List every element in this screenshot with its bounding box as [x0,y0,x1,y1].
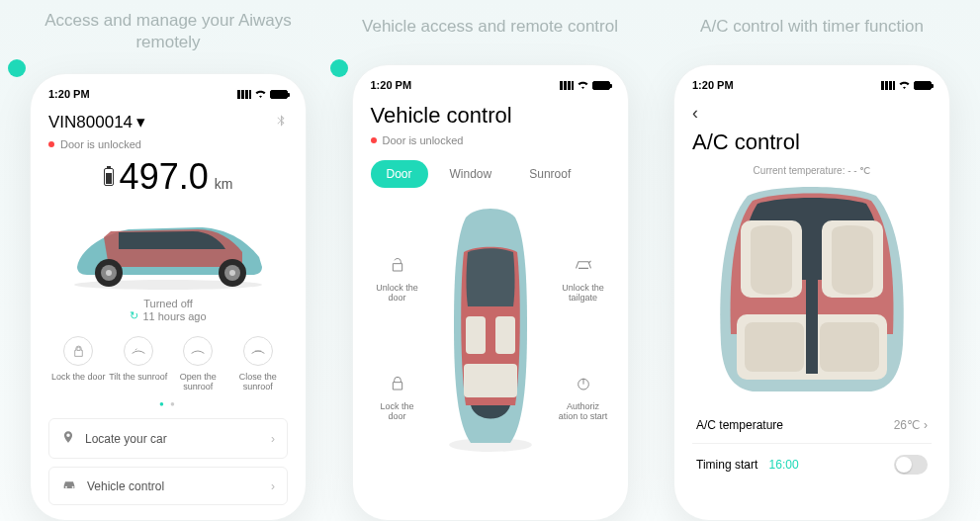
lock-icon [385,371,410,396]
time: 1:20 PM [692,79,734,91]
action-label: Close the sunroof [228,372,289,391]
setting-label: A/C temperature [696,418,783,432]
last-update-text: 11 hours ago [142,310,206,322]
car-icon [61,478,77,493]
back-button[interactable]: ‹ [692,103,932,124]
control-unlock-tailgate[interactable]: Unlock the tailgate [557,252,610,303]
last-update: ↻ 11 hours ago [48,309,288,322]
phone-frame: 1:20 PM Vehicle control Door is unlocked… [352,64,629,521]
bluetooth-icon[interactable] [274,114,288,130]
status-bar: 1:20 PM [692,79,932,91]
sunroof-open-icon [183,336,213,366]
status-icons [237,89,288,99]
tab-door[interactable]: Door [371,160,428,188]
menu-locate-car[interactable]: Locate your car › [48,418,288,459]
chevron-down-icon: ▾ [136,112,145,132]
svg-rect-9 [466,316,486,354]
panel-title: A/C control with timer function [680,0,943,64]
svg-rect-17 [745,322,804,372]
tab-window[interactable]: Window [434,160,508,188]
battery-icon [914,81,932,90]
signal-icon [237,90,251,99]
status-dot-icon [48,141,54,147]
tailgate-icon [571,252,596,278]
battery-icon [270,90,288,99]
action-label: Open the sunroof [168,372,228,391]
vin-selector[interactable]: VIN800014 ▾ [48,112,145,132]
svg-rect-11 [464,364,517,397]
setting-value-wrap: 26℃ › [894,418,928,432]
signal-icon [560,81,574,90]
panel-vehicle-control: Vehicle access and remote control 1:20 P… [332,0,649,521]
timing-value: 16:00 [769,458,799,472]
setting-label-wrap: Timing start 16:00 [696,458,799,472]
chevron-right-icon: › [271,479,275,493]
svg-rect-19 [806,225,818,374]
action-label: Tilt the sunroof [109,372,169,382]
decor-dot [330,59,348,77]
door-status-text: Door is unlocked [60,138,141,150]
range-display: 497.0 km [48,156,288,198]
phone-frame: 1:20 PM VIN800014 ▾ Door is unlocked 497… [30,73,307,521]
wifi-icon [898,80,911,90]
panel-title: Vehicle access and remote control [342,0,638,64]
control-label: Unlock the door [371,283,424,303]
chevron-right-icon: › [924,418,928,432]
battery-icon [592,81,610,90]
unlock-icon [385,252,410,278]
status-bar: 1:20 PM [371,79,610,91]
power-icon [571,371,596,396]
signal-icon [881,81,895,90]
setting-ac-temp[interactable]: A/C temperature 26℃ › [692,407,932,444]
timing-toggle[interactable] [894,455,928,475]
car-interior-image [692,186,932,393]
panel-ac-control: A/C control with timer function 1:20 PM … [654,0,970,521]
page-title: A/C control [692,130,932,155]
action-lock-door[interactable]: Lock the door [48,336,109,391]
setting-label: Timing start [696,458,757,472]
quick-actions: Lock the door Tilt the sunroof Open the … [48,336,288,391]
svg-rect-18 [820,322,879,372]
door-status: Door is unlocked [371,134,610,146]
phone-frame: 1:20 PM ‹ A/C control Current temperatur… [673,64,950,521]
action-label: Lock the door [48,372,109,382]
setting-timing-start: Timing start 16:00 [692,444,932,485]
refresh-icon[interactable]: ↻ [130,309,138,322]
control-lock-door[interactable]: Lock the door [371,371,424,421]
sunroof-close-icon [243,336,273,366]
menu-label: Locate your car [85,432,167,446]
action-close-sunroof[interactable]: Close the sunroof [228,336,289,391]
range-unit: km [215,176,233,192]
tab-bar: Door Window Sunroof [371,160,610,188]
vehicle-control-body: Unlock the door Unlock the tailgate Lock… [371,198,610,455]
menu-vehicle-control[interactable]: Vehicle control › [48,467,288,505]
time: 1:20 PM [371,79,412,91]
status-icons [560,80,610,90]
power-state: Turned off [48,298,288,309]
panel-home: Access and manage your Aiways remotely 1… [10,0,326,521]
car-top-image [436,198,545,455]
control-authorize-start[interactable]: Authoriz ation to start [557,371,610,421]
status-icons [881,80,932,90]
action-tilt-sunroof[interactable]: Tilt the sunroof [109,336,169,391]
tab-sunroof[interactable]: Sunroof [513,160,586,188]
page-indicator: ● ● [48,399,288,408]
panel-title: Access and manage your Aiways remotely [10,0,326,73]
lock-icon [63,336,93,366]
svg-point-6 [229,270,235,276]
status-bar: 1:20 PM [48,88,288,100]
time: 1:20 PM [48,88,90,100]
door-status: Door is unlocked [48,138,288,150]
control-label: Unlock the tailgate [557,283,610,303]
vin-text: VIN800014 [48,113,133,132]
range-value: 497.0 [120,156,209,198]
svg-point-3 [106,270,112,276]
menu-label: Vehicle control [87,479,164,493]
setting-value: 26℃ [894,418,920,432]
sunroof-tilt-icon [124,336,153,366]
chevron-right-icon: › [271,432,275,446]
battery-level-icon [104,168,114,186]
action-open-sunroof[interactable]: Open the sunroof [168,336,228,391]
control-unlock-door[interactable]: Unlock the door [371,252,424,303]
wifi-icon [577,80,589,90]
